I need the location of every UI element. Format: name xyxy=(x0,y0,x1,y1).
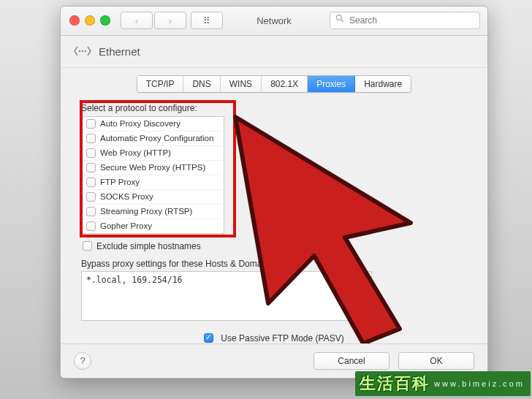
protocol-list-label: Select a protocol to configure: xyxy=(81,103,467,113)
chevron-right-icon: › xyxy=(169,15,172,26)
protocol-label: Streaming Proxy (RTSP) xyxy=(100,207,192,216)
tab-wins[interactable]: WINS xyxy=(221,76,262,92)
proxies-pane: Select a protocol to configure: Auto Pro… xyxy=(61,93,487,343)
protocol-check[interactable] xyxy=(86,119,96,129)
passive-ftp-check[interactable] xyxy=(204,333,213,343)
protocol-item-auto-config[interactable]: Automatic Proxy Configuration xyxy=(82,131,224,145)
protocol-check[interactable] xyxy=(86,207,96,216)
protocol-label: FTP Proxy xyxy=(100,178,140,186)
protocol-check[interactable] xyxy=(86,192,96,202)
forward-button[interactable]: › xyxy=(154,12,186,29)
tabs-row: TCP/IP DNS WINS 802.1X Proxies Hardware xyxy=(61,68,487,93)
protocol-label: SOCKS Proxy xyxy=(100,192,153,201)
interface-header: Ethernet xyxy=(61,36,487,68)
tab-tcpip[interactable]: TCP/IP xyxy=(137,76,184,92)
tab-hardware[interactable]: Hardware xyxy=(355,76,411,92)
bypass-label: Bypass proxy settings for these Hosts & … xyxy=(81,259,467,269)
protocol-item-https[interactable]: Secure Web Proxy (HTTPS) xyxy=(82,160,224,175)
protocol-item-gopher[interactable]: Gopher Proxy xyxy=(82,218,224,233)
protocol-check[interactable] xyxy=(86,163,96,172)
svg-point-4 xyxy=(85,50,87,53)
protocol-item-socks[interactable]: SOCKS Proxy xyxy=(82,189,224,204)
watermark-url: www.bimeiz.com xyxy=(434,379,525,388)
protocol-list[interactable]: Auto Proxy Discovery Automatic Proxy Con… xyxy=(81,116,224,234)
protocol-check[interactable] xyxy=(86,178,96,187)
tab-dns[interactable]: DNS xyxy=(183,76,220,92)
svg-line-1 xyxy=(341,20,343,22)
system-preferences-window: ‹ › ⠿ Network xyxy=(60,6,488,379)
cancel-button[interactable]: Cancel xyxy=(314,352,390,370)
tab-proxies[interactable]: Proxies xyxy=(308,76,355,92)
svg-point-2 xyxy=(79,50,81,53)
passive-ftp-label: Use Passive FTP Mode (PASV) xyxy=(221,333,343,343)
protocol-item-http[interactable]: Web Proxy (HTTP) xyxy=(82,145,224,160)
exclude-hostnames-label: Exclude simple hostnames xyxy=(96,241,201,251)
nav-buttons: ‹ › xyxy=(121,12,186,29)
protocol-item-auto-discovery[interactable]: Auto Proxy Discovery xyxy=(82,117,224,131)
ok-button[interactable]: OK xyxy=(398,352,474,370)
protocol-label: Secure Web Proxy (HTTPS) xyxy=(100,163,205,172)
svg-point-3 xyxy=(82,50,84,53)
protocol-check[interactable] xyxy=(86,134,96,143)
chevron-left-icon: ‹ xyxy=(135,15,138,26)
watermark-cn: 生活百科 xyxy=(360,373,430,395)
watermark: 生活百科 www.bimeiz.com xyxy=(355,371,531,396)
traffic-lights xyxy=(69,15,110,26)
protocol-label: Gopher Proxy xyxy=(100,221,152,230)
protocol-check[interactable] xyxy=(86,221,96,231)
protocol-item-rtsp[interactable]: Streaming Proxy (RTSP) xyxy=(82,204,224,218)
exclude-hostnames-check[interactable] xyxy=(83,241,92,251)
protocol-label: Web Proxy (HTTP) xyxy=(100,148,171,157)
protocol-check[interactable] xyxy=(86,148,96,158)
protocol-label: Auto Proxy Discovery xyxy=(100,119,180,128)
search-input[interactable] xyxy=(330,12,480,29)
search-field-wrap xyxy=(330,12,480,29)
back-button[interactable]: ‹ xyxy=(121,12,153,29)
minimize-window-button[interactable] xyxy=(85,15,95,26)
help-icon: ? xyxy=(80,355,85,366)
interface-name: Ethernet xyxy=(99,45,140,58)
settings-tabs: TCP/IP DNS WINS 802.1X Proxies Hardware xyxy=(137,75,411,93)
show-all-button[interactable]: ⠿ xyxy=(191,12,223,29)
ethernet-icon xyxy=(74,42,91,60)
search-icon xyxy=(335,14,344,25)
protocol-item-ftp[interactable]: FTP Proxy xyxy=(82,175,224,189)
zoom-window-button[interactable] xyxy=(100,15,110,26)
help-button[interactable]: ? xyxy=(74,352,91,370)
titlebar: ‹ › ⠿ Network xyxy=(61,7,487,36)
close-window-button[interactable] xyxy=(69,15,80,26)
bypass-hosts-textarea[interactable] xyxy=(81,271,372,321)
protocol-label: Automatic Proxy Configuration xyxy=(100,134,213,142)
grid-icon: ⠿ xyxy=(203,15,211,26)
tab-8021x[interactable]: 802.1X xyxy=(262,76,308,92)
